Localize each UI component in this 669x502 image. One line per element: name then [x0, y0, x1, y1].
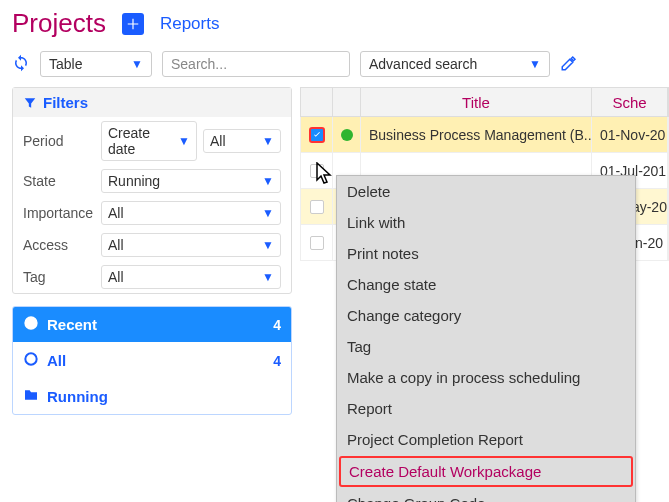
filter-select-tag[interactable]: All▼ — [101, 265, 281, 289]
pencil-icon — [560, 54, 578, 72]
context-menu-item[interactable]: Change category — [337, 300, 635, 331]
header-checkbox-col — [301, 88, 333, 116]
view-value: Table — [49, 56, 82, 72]
row-scheduled: 01-Nov-20 — [592, 117, 668, 152]
filters-header[interactable]: Filters — [13, 88, 291, 117]
context-menu-item[interactable]: Change state — [337, 269, 635, 300]
filter-select-access[interactable]: All▼ — [101, 233, 281, 257]
filters-panel: Filters PeriodCreate date▼All▼StateRunni… — [12, 87, 292, 294]
reports-link[interactable]: Reports — [160, 14, 220, 34]
header-scheduled[interactable]: Sche — [592, 88, 668, 116]
status-dot-icon — [341, 129, 353, 141]
page-title: Projects — [12, 8, 106, 39]
filter-select-period[interactable]: All▼ — [203, 129, 281, 153]
filter-select-state[interactable]: Running▼ — [101, 169, 281, 193]
edit-search-button[interactable] — [560, 54, 578, 75]
context-menu-item[interactable]: Create Default Workpackage — [339, 456, 633, 487]
chevron-down-icon: ▼ — [131, 57, 143, 71]
search-input[interactable] — [171, 56, 341, 72]
row-checkbox[interactable] — [301, 153, 333, 188]
context-menu-item[interactable]: Change Group Code — [337, 488, 635, 502]
chevron-down-icon: ▼ — [262, 238, 274, 252]
filter-label: Importance — [23, 205, 95, 221]
folder-icon — [23, 387, 39, 406]
chevron-down-icon: ▼ — [262, 270, 274, 284]
row-title: Business Process Management (B... — [361, 117, 592, 152]
filter-row-importance: ImportanceAll▼ — [13, 197, 291, 229]
chevron-down-icon: ▼ — [262, 134, 274, 148]
row-checkbox[interactable] — [301, 189, 333, 224]
filter-icon — [23, 96, 37, 110]
filter-label: Tag — [23, 269, 95, 285]
chevron-down-icon: ▼ — [262, 174, 274, 188]
row-checkbox[interactable] — [301, 225, 333, 260]
context-menu-item[interactable]: Tag — [337, 331, 635, 362]
filter-label: Access — [23, 237, 95, 253]
row-status — [333, 117, 361, 152]
table-row[interactable]: Business Process Management (B...01-Nov-… — [300, 117, 669, 153]
filter-select-period-1[interactable]: Create date▼ — [101, 121, 197, 161]
add-button[interactable] — [122, 13, 144, 35]
filter-row-state: StateRunning▼ — [13, 165, 291, 197]
nav-item-recent[interactable]: Recent4 — [13, 307, 291, 342]
header-title[interactable]: Title — [361, 88, 592, 116]
header-status-col — [333, 88, 361, 116]
filter-select-importance[interactable]: All▼ — [101, 201, 281, 225]
filter-label: State — [23, 173, 95, 189]
advanced-search-label: Advanced search — [369, 56, 477, 72]
search-input-wrapper[interactable] — [162, 51, 350, 77]
filter-row-access: AccessAll▼ — [13, 229, 291, 261]
context-menu-item[interactable]: Delete — [337, 176, 635, 207]
context-menu-item[interactable]: Print notes — [337, 238, 635, 269]
filter-row-period: PeriodCreate date▼All▼ — [13, 117, 291, 165]
context-menu-item[interactable]: Project Completion Report — [337, 424, 635, 455]
filter-label: Period — [23, 133, 95, 149]
plus-icon — [126, 17, 140, 31]
chevron-down-icon: ▼ — [529, 57, 541, 71]
refresh-icon — [12, 54, 30, 72]
advanced-search-select[interactable]: Advanced search ▼ — [360, 51, 550, 77]
table-header: Title Sche — [300, 87, 669, 117]
clock-icon — [23, 315, 39, 334]
circle-icon — [23, 351, 39, 370]
nav-item-running[interactable]: Running — [13, 379, 291, 414]
context-menu-item[interactable]: Make a copy in process scheduling — [337, 362, 635, 393]
chevron-down-icon: ▼ — [262, 206, 274, 220]
context-menu-item[interactable]: Report — [337, 393, 635, 424]
row-checkbox[interactable] — [301, 117, 333, 152]
nav-panel: Recent4All4Running — [12, 306, 292, 415]
refresh-button[interactable] — [12, 54, 30, 75]
nav-item-all[interactable]: All4 — [13, 343, 291, 378]
chevron-down-icon: ▼ — [178, 134, 190, 148]
context-menu: DeleteLink withPrint notesChange stateCh… — [336, 175, 636, 502]
filter-row-tag: TagAll▼ — [13, 261, 291, 293]
context-menu-item[interactable]: Link with — [337, 207, 635, 238]
view-select[interactable]: Table ▼ — [40, 51, 152, 77]
